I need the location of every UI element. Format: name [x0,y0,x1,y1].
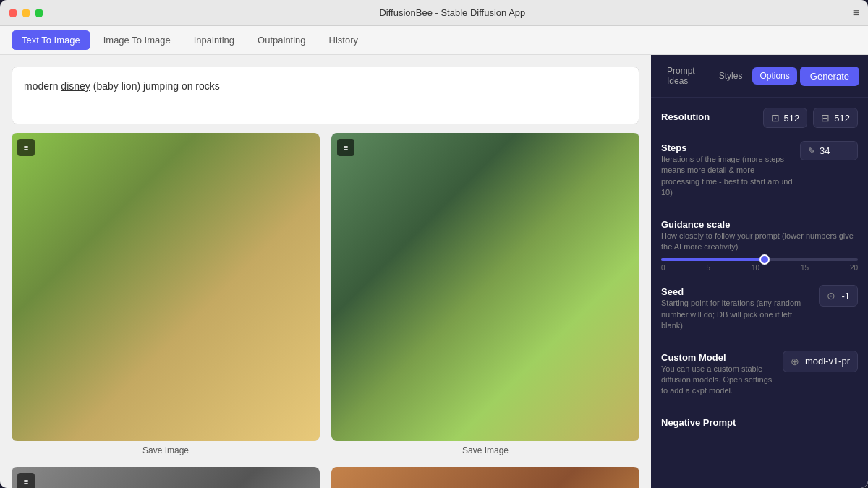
slider-label-20: 20 [850,264,858,272]
guidance-slider[interactable]: 0 5 10 15 20 [661,258,858,272]
seed-icon: ⊙ [827,290,835,301]
width-icon: ⊡ [771,112,780,124]
tab-inpainting[interactable]: Inpainting [184,30,244,50]
tab-outpainting[interactable]: Outpainting [247,30,316,50]
slider-label-0: 0 [661,264,665,272]
image-cell-3: ≡ Please close other applications for be… [12,467,320,488]
menu-icon[interactable]: ≡ [853,7,859,20]
resolution-height-input[interactable]: ⊟ 512 [813,108,858,128]
guidance-title: Guidance scale [661,219,730,230]
right-tabs: Prompt Ideas Styles Options Generate [651,55,868,98]
generated-image-1 [12,133,320,441]
image-wrapper-1: ≡ [12,133,320,441]
save-image-btn-1[interactable]: Save Image [142,445,189,455]
steps-input[interactable]: ✎ 34 [800,141,858,160]
tab-prompt-ideas[interactable]: Prompt Ideas [660,62,709,90]
prompt-text: modern disney (baby lion) jumping on roc… [24,80,220,92]
negative-prompt-title: Negative Prompt [661,417,736,428]
model-input[interactable]: ⊕ modi-v1-pr [783,351,858,372]
save-image-btn-2[interactable]: Save Image [462,445,509,455]
image-wrapper-4: Share on ArtHub.ai [331,467,639,488]
app-window: DiffusionBee - Stable Diffusion App ≡ Te… [0,0,868,488]
seed-title: Seed [661,286,684,297]
slider-label-5: 5 [706,264,710,272]
custom-model-title: Custom Model [661,352,726,363]
image-cell-2: ≡ Save Image [331,133,639,455]
generated-image-4 [331,467,639,488]
minimize-button[interactable] [22,9,30,17]
resolution-title: Resolution [661,111,710,122]
titlebar: DiffusionBee - Stable Diffusion App ≡ [0,0,868,26]
seed-desc: Starting point for iterations (any rando… [661,298,813,331]
tab-options[interactable]: Options [752,67,796,85]
image-menu-btn-2[interactable]: ≡ [337,139,354,156]
image-menu-btn-1[interactable]: ≡ [17,139,35,156]
model-value: modi-v1-pr [805,356,850,367]
main-content: modern disney (baby lion) jumping on roc… [0,55,868,488]
tab-styles[interactable]: Styles [712,67,750,85]
tab-text-to-image[interactable]: Text To Image [12,30,90,50]
custom-model-section: Custom Model You can use a custom stable… [661,351,858,403]
left-panel: modern disney (baby lion) jumping on roc… [0,55,651,488]
steps-icon: ✎ [808,146,815,156]
slider-fill [661,258,763,261]
negative-prompt-section: Negative Prompt [661,416,858,429]
steps-desc: Iterations of the image (more steps mean… [661,154,794,199]
maximize-button[interactable] [35,9,43,17]
image-menu-btn-3[interactable]: ≡ [17,473,35,488]
guidance-desc: How closely to follow your prompt (lower… [661,231,858,253]
slider-label-15: 15 [801,264,809,272]
image-wrapper-3: ≡ Please close other applications for be… [12,467,320,488]
tabbar: Text To Image Image To Image Inpainting … [0,26,868,55]
right-panel: Prompt Ideas Styles Options Generate Res… [651,55,868,488]
seed-value: -1 [841,291,850,301]
close-button[interactable] [9,9,17,17]
slider-thumb [760,254,770,265]
height-icon: ⊟ [821,112,830,124]
image-cell-1: ≡ Save Image [12,133,320,455]
resolution-width-value: 512 [784,113,800,124]
resolution-inputs: ⊡ 512 ⊟ 512 [763,108,858,128]
tab-history[interactable]: History [319,30,368,50]
steps-section: Steps Iterations of the image (more step… [661,141,858,205]
image-cell-4: Share on ArtHub.ai [331,467,639,488]
image-wrapper-2: ≡ [331,133,639,441]
prompt-box[interactable]: modern disney (baby lion) jumping on roc… [12,67,639,124]
model-icon: ⊕ [791,356,799,367]
seed-input[interactable]: ⊙ -1 [819,285,858,307]
slider-track [661,258,858,261]
image-grid: ≡ Save Image ≡ Save Image [12,133,639,488]
resolution-height-value: 512 [834,113,850,124]
tab-image-to-image[interactable]: Image To Image [93,30,181,50]
app-title: DiffusionBee - Stable Diffusion App [52,7,853,18]
options-panel: Resolution ⊡ 512 ⊟ 512 [651,98,868,488]
generate-button[interactable]: Generate [800,67,859,86]
slider-label-10: 10 [752,264,760,272]
steps-value: 34 [820,145,830,156]
generated-image-3 [12,467,320,488]
generated-image-2 [331,133,639,441]
resolution-section: Resolution ⊡ 512 ⊟ 512 [661,108,858,128]
seed-section: Seed Starting point for iterations (any … [661,285,858,337]
resolution-width-input[interactable]: ⊡ 512 [763,108,808,128]
custom-model-desc: You can use a custom stable diffusion mo… [661,364,777,397]
steps-title: Steps [661,142,686,153]
slider-labels: 0 5 10 15 20 [661,264,858,272]
traffic-lights [9,9,43,17]
guidance-section: Guidance scale How closely to follow you… [661,218,858,273]
